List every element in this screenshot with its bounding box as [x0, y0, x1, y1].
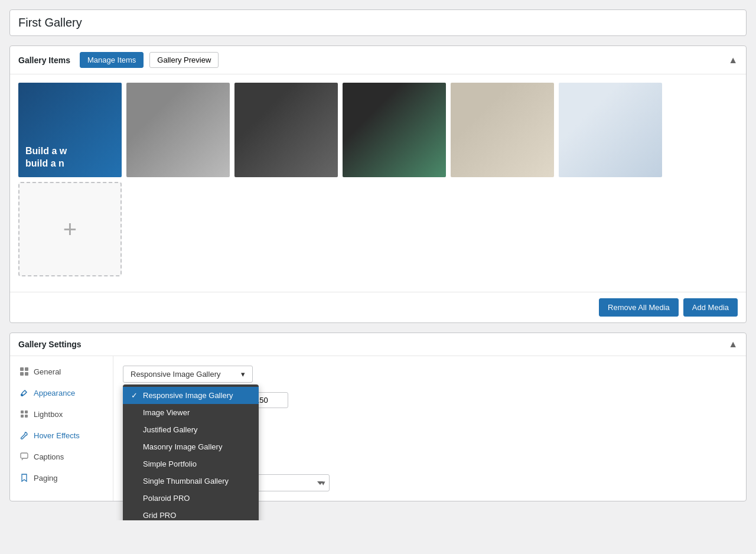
sidebar-item-appearance[interactable]: Appearance	[10, 382, 113, 403]
svg-rect-5	[21, 410, 24, 413]
dropdown-chevron-icon: ▾	[241, 370, 245, 379]
sidebar-general-label: General	[34, 367, 61, 376]
dropdown-item-polaroid[interactable]: Polaroid PRO	[123, 490, 259, 507]
gallery-items-header: Gallery Items Manage Items Gallery Previ…	[10, 46, 746, 74]
settings-sidebar: General Appearance	[10, 356, 113, 501]
svg-rect-8	[25, 415, 28, 418]
dropdown-item-masonry[interactable]: Masonry Image Gallery	[123, 438, 259, 455]
dropdown-item-label: Masonry Image Gallery	[143, 442, 222, 451]
svg-rect-0	[20, 367, 24, 371]
dropdown-item-image-viewer[interactable]: Image Viewer	[123, 404, 259, 421]
gallery-grid: Build a wbuild a n	[18, 83, 738, 276]
gallery-thumb-4[interactable]	[343, 83, 446, 177]
add-media-button[interactable]: Add Media	[683, 298, 738, 317]
dropdown-item-responsive[interactable]: ✓ Responsive Image Gallery	[123, 387, 259, 404]
dropdown-item-grid-pro[interactable]: Grid PRO	[123, 507, 259, 520]
sidebar-appearance-label: Appearance	[34, 389, 75, 397]
sidebar-item-paging[interactable]: Paging	[10, 467, 113, 488]
gallery-type-selector[interactable]: Responsive Image Gallery ▾	[123, 366, 253, 383]
svg-rect-6	[25, 410, 28, 413]
dropdown-item-simple-portfolio[interactable]: Simple Portfolio	[123, 455, 259, 472]
checkmark-icon: ✓	[131, 391, 139, 400]
gallery-thumb-1[interactable]: Build a wbuild a n	[18, 83, 122, 177]
gallery-thumb-2[interactable]	[126, 83, 230, 177]
sidebar-item-general[interactable]: General	[10, 361, 113, 382]
sidebar-captions-label: Captions	[34, 452, 64, 461]
dropdown-item-justified[interactable]: Justified Gallery	[123, 421, 259, 438]
add-image-button[interactable]: +	[18, 182, 122, 276]
dropdown-item-single-thumbnail[interactable]: Single Thumbnail Gallery	[123, 472, 259, 490]
grid-icon	[19, 367, 29, 376]
gallery-type-dropdown: ✓ Responsive Image Gallery Image Viewer …	[123, 384, 259, 520]
svg-rect-1	[25, 367, 28, 371]
dropdown-item-label: Grid PRO	[143, 511, 176, 520]
tab-manage-items[interactable]: Manage Items	[80, 52, 144, 68]
gallery-thumb-3[interactable]	[234, 83, 338, 177]
sidebar-item-lightbox[interactable]: Lightbox	[10, 403, 113, 425]
gallery-type-row: Responsive Image Gallery ▾ ✓ Responsive …	[123, 366, 737, 383]
dropdown-item-label: Responsive Image Gallery	[143, 391, 233, 400]
sidebar-lightbox-label: Lightbox	[34, 410, 63, 419]
settings-content: Responsive Image Gallery ▾ ✓ Responsive …	[113, 356, 746, 501]
img6-placeholder	[559, 83, 662, 177]
add-icon: +	[63, 216, 77, 243]
wrench-icon	[19, 431, 29, 440]
dropdown-item-label: Justified Gallery	[143, 425, 197, 434]
svg-rect-2	[20, 372, 24, 376]
gallery-title-input[interactable]	[18, 16, 738, 30]
remove-all-media-button[interactable]: Remove All Media	[599, 298, 679, 317]
gallery-type-selected-text: Responsive Image Gallery	[131, 370, 220, 379]
svg-rect-3	[25, 372, 28, 376]
gallery-items-panel: Gallery Items Manage Items Gallery Previ…	[9, 45, 747, 323]
brush-icon	[19, 388, 29, 397]
chat-icon	[19, 452, 29, 461]
sidebar-item-captions[interactable]: Captions	[10, 446, 113, 467]
gallery-items-title: Gallery Items	[18, 56, 70, 65]
gallery-settings-title: Gallery Settings	[18, 340, 82, 349]
svg-point-4	[21, 394, 23, 396]
sidebar-paging-label: Paging	[34, 474, 57, 483]
gallery-settings-collapse-icon[interactable]: ▲	[728, 339, 738, 350]
tab-gallery-preview[interactable]: Gallery Preview	[149, 52, 219, 68]
dropdown-item-label: Simple Portfolio	[143, 460, 197, 468]
img3-placeholder	[234, 83, 338, 177]
dropdown-item-label: Polaroid PRO	[143, 494, 190, 503]
img5-placeholder	[451, 83, 554, 177]
dropdown-item-label: Single Thumbnail Gallery	[143, 477, 229, 485]
gallery-settings-header: Gallery Settings ▲	[10, 333, 746, 356]
bookmark-icon	[19, 473, 29, 483]
lightbox-grid-icon	[19, 409, 29, 419]
img4-placeholder	[343, 83, 446, 177]
svg-rect-9	[21, 453, 28, 458]
gallery-settings-panel: Gallery Settings ▲ General	[9, 333, 747, 501]
sidebar-item-hover-effects[interactable]: Hover Effects	[10, 425, 113, 446]
img1-text: Build a wbuild a n	[25, 145, 67, 170]
gallery-items-area: Build a wbuild a n	[10, 74, 746, 292]
dropdown-item-label: Image Viewer	[143, 408, 190, 417]
svg-rect-7	[21, 415, 24, 418]
sidebar-hover-effects-label: Hover Effects	[34, 431, 80, 440]
gallery-items-collapse-icon[interactable]: ▲	[728, 55, 738, 66]
settings-layout: General Appearance	[10, 356, 746, 501]
gallery-thumb-6[interactable]	[559, 83, 662, 177]
gallery-thumb-5[interactable]	[451, 83, 554, 177]
img2-placeholder	[126, 83, 230, 177]
gallery-items-footer: Remove All Media Add Media	[10, 292, 746, 322]
